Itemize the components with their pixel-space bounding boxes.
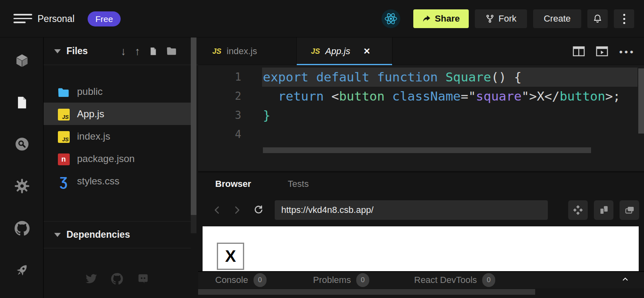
preview-window-icon[interactable] <box>596 46 608 57</box>
fork-button[interactable]: Fork <box>475 9 527 28</box>
square-preview-button[interactable]: X <box>217 243 244 270</box>
code-text: } <box>263 106 271 125</box>
component-grid-icon[interactable] <box>568 200 588 220</box>
react-devtools-tab[interactable]: React DevTools 0 <box>414 272 495 288</box>
new-file-icon[interactable] <box>149 46 158 56</box>
chevron-up-icon[interactable] <box>621 275 629 285</box>
chevron-down-icon <box>54 49 61 53</box>
github-icon[interactable] <box>14 221 30 236</box>
js-glyph-icon: JS <box>311 47 320 56</box>
count-badge: 0 <box>356 273 369 287</box>
close-tab-icon[interactable]: ✕ <box>363 46 371 56</box>
hscrollbar-thumb[interactable] <box>198 289 535 295</box>
more-menu-button[interactable] <box>614 9 634 28</box>
discord-icon[interactable] <box>137 273 150 287</box>
files-actions: ↓ ↑ <box>121 37 177 65</box>
devtools-bottom-scrollbar <box>198 288 644 298</box>
refresh-icon[interactable] <box>253 204 264 216</box>
plan-badge[interactable]: Free <box>88 11 121 26</box>
line-number: 4 <box>198 125 241 144</box>
split-view-icon[interactable] <box>573 46 585 57</box>
notifications-button[interactable] <box>587 9 608 28</box>
code-line[interactable]: 3} <box>198 106 644 125</box>
files-scrollbar-track[interactable] <box>191 215 196 233</box>
devtools-panel: Browser Tests https://vkd4n8.csb.app/ <box>198 171 644 298</box>
social-links <box>44 273 191 287</box>
console-tab[interactable]: Console 0 <box>215 272 267 288</box>
line-number: 1 <box>198 68 241 87</box>
file-row-app-js[interactable]: JS App.js <box>44 103 191 125</box>
code-line[interactable]: 1export default function Square() { <box>198 68 644 87</box>
count-badge: 0 <box>254 273 267 287</box>
settings-gear-icon[interactable] <box>14 178 30 194</box>
top-header: Personal Free Share <box>0 0 644 37</box>
problems-tab[interactable]: Problems 0 <box>313 272 369 288</box>
kebab-icon <box>623 14 625 24</box>
github-icon[interactable] <box>111 273 123 287</box>
upload-icon[interactable]: ↑ <box>135 46 141 57</box>
code-line[interactable]: 2 return <button className="square">X</b… <box>198 87 644 106</box>
search-icon[interactable] <box>14 136 30 152</box>
share-button[interactable]: Share <box>413 9 469 28</box>
devtools-tabs: Browser Tests <box>198 173 644 195</box>
open-in-new-window-icon[interactable] <box>620 200 639 220</box>
workspace-name[interactable]: Personal <box>37 0 75 37</box>
js-file-icon: JS <box>57 107 70 121</box>
sandbox-cube-icon[interactable] <box>14 53 30 68</box>
file-row-package-json[interactable]: n package.json <box>44 147 191 170</box>
browser-navbar: https://vkd4n8.csb.app/ <box>198 195 644 225</box>
explorer-file-icon[interactable] <box>14 95 30 110</box>
codesandbox-app: Personal Free Share <box>0 0 644 298</box>
tab-index-js[interactable]: JS index.js <box>198 37 296 65</box>
js-file-icon: JS <box>57 130 70 143</box>
dependencies-section-header[interactable]: Dependencies <box>44 221 191 248</box>
file-row-styles-css[interactable]: Ʒ styles.css <box>44 170 191 192</box>
files-scrollbar-thumb[interactable] <box>191 37 196 215</box>
tab-tests[interactable]: Tests <box>288 179 309 189</box>
css-file-icon: Ʒ <box>57 175 70 188</box>
react-logo-icon[interactable] <box>382 9 400 28</box>
file-row-index-js[interactable]: JS index.js <box>44 125 191 147</box>
editor-layout-actions: ●●● <box>573 37 635 65</box>
files-sidebar: Files ↓ ↑ public JS App.js <box>44 37 198 298</box>
file-list: public JS App.js JS index.js n package.j… <box>44 80 191 192</box>
fork-icon <box>485 14 494 23</box>
editor-code-lines: 1export default function Square() {2 ret… <box>198 68 644 144</box>
forward-icon[interactable] <box>232 205 242 215</box>
files-section-header[interactable]: Files ↓ ↑ <box>44 37 198 65</box>
twitter-icon[interactable] <box>85 273 97 287</box>
code-line[interactable]: 4 <box>198 125 644 144</box>
bell-icon <box>593 14 602 24</box>
editor-hscrollbar-thumb[interactable] <box>263 147 591 153</box>
editor-vscrollbar-thumb[interactable] <box>638 68 644 134</box>
code-text: return <button className="square">X</but… <box>263 87 620 106</box>
dependencies-title: Dependencies <box>66 229 130 240</box>
file-row-public[interactable]: public <box>44 80 191 103</box>
more-options-icon[interactable]: ●●● <box>619 48 635 55</box>
browser-preview: X <box>203 226 639 271</box>
tab-browser[interactable]: Browser <box>215 179 251 189</box>
count-badge: 0 <box>482 273 495 287</box>
editor-tabbar: JS index.js JS App.js ✕ ●●● <box>198 37 644 65</box>
responsive-mode-icon[interactable] <box>594 200 613 220</box>
code-editor[interactable]: 1export default function Square() {2 ret… <box>198 65 644 171</box>
url-input[interactable]: https://vkd4n8.csb.app/ <box>275 200 548 220</box>
download-icon[interactable]: ↓ <box>121 46 126 57</box>
line-number: 2 <box>198 87 241 106</box>
code-text: export default function Square() { <box>263 68 522 87</box>
back-icon[interactable] <box>212 205 223 215</box>
share-arrow-icon <box>422 15 431 23</box>
npm-file-icon: n <box>57 152 70 165</box>
activity-rail <box>0 37 44 298</box>
chevron-down-icon <box>54 233 61 237</box>
files-title: Files <box>66 46 88 57</box>
deploy-rocket-icon[interactable] <box>14 263 30 278</box>
browser-toolbar-actions <box>568 200 639 220</box>
new-folder-icon[interactable] <box>166 47 177 56</box>
tab-app-js[interactable]: JS App.js ✕ <box>296 37 393 65</box>
line-number: 3 <box>198 106 241 125</box>
create-button[interactable]: Create <box>533 9 581 28</box>
folder-icon <box>57 85 70 98</box>
console-bar: Console 0 Problems 0 React DevTools 0 <box>198 271 644 288</box>
menu-icon[interactable] <box>13 14 32 24</box>
